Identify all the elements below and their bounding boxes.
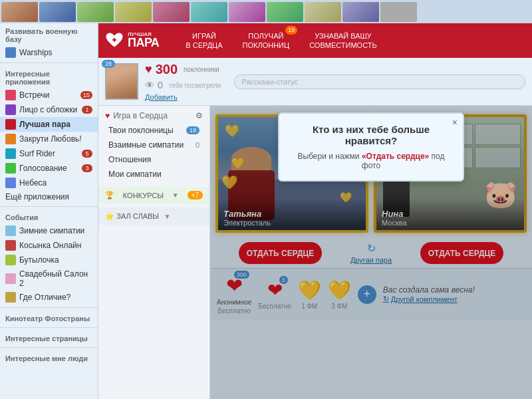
banner-photo[interactable]: [39, 2, 76, 22]
poluchai-badge: 19: [285, 26, 297, 35]
banner-photo[interactable]: [191, 2, 227, 22]
heart-count: 300: [156, 62, 178, 77]
sidebar-section-people: Интересные мне люди: [0, 350, 98, 364]
profile-row: 28 ♥ 300 поклонники 👁 0 тебя посмотрели …: [98, 58, 532, 106]
sidebar-label-vstrechi: Встречи: [19, 90, 49, 100]
modal-close-button[interactable]: ×: [452, 117, 458, 128]
sidebar-item-zimnie[interactable]: Зимние симпатии: [0, 223, 98, 238]
sidebar-item-svadebniy[interactable]: Свадебный Салон 2: [0, 267, 98, 290]
butylochka-icon: [5, 255, 16, 265]
panel-item-vzaimnye[interactable]: Взаимные симпатии 0: [105, 138, 203, 152]
banner-photo[interactable]: [1, 2, 38, 22]
sidebar-item-warships[interactable]: Warships: [0, 45, 98, 60]
nav-uznavay[interactable]: УЗНАВАЙ ВАШУ СОВМЕСТИМОСТЬ: [309, 31, 377, 51]
sidebar-item-litso[interactable]: Лицо с обложки 1: [0, 102, 98, 117]
message-count-badge: 28: [102, 60, 115, 68]
hall-chevron-icon: ▼: [164, 213, 170, 220]
left-panel: ♥ Игра в Сердца ⚙ Твои поклонницы 19 Вза…: [98, 106, 210, 399]
sidebar-item-gde[interactable]: Где Отличие?: [0, 290, 98, 305]
panel-item-poklonnitsy[interactable]: Твои поклонницы 19: [105, 123, 203, 138]
sidebar-section-apps: Интересные приложения: [0, 66, 98, 88]
eye-icon: 👁: [145, 80, 154, 90]
avatar-image: [106, 65, 137, 98]
sidebar-item-surf[interactable]: Surf Rider 5: [0, 146, 98, 161]
banner-photo[interactable]: [305, 2, 341, 22]
modal-subtitle: Выбери и нажми «Отдать сердце» под фото: [293, 152, 450, 170]
sidebar-label-svadebniy: Свадебный Салон 2: [19, 269, 92, 288]
banner-photo[interactable]: [229, 2, 265, 22]
sidebar-item-nebesa[interactable]: Небеса: [0, 176, 98, 190]
logo-text-large: ЛУЧШАЯ: [128, 31, 159, 37]
view-label: тебя посмотрели: [169, 82, 221, 89]
kosinka-icon: [5, 240, 16, 251]
hall-section[interactable]: ⭐ ЗАЛ СЛАВЫ ▼: [98, 207, 209, 225]
app-header: ЛУЧШАЯ ПАРА ИГРАЙ В СЕРДЦА ПОЛУЧАЙ ПОКЛО…: [98, 23, 532, 58]
contests-section[interactable]: 🏆 КОНКУРСЫ ▼ ×7: [98, 187, 209, 203]
panel-item-sympathy[interactable]: Мои симпатии: [105, 167, 203, 182]
nav-poluchai[interactable]: ПОЛУЧАЙ ПОКЛОННИЦ 19: [243, 31, 290, 51]
trophy-icon: 🏆: [105, 191, 114, 200]
sidebar-item-vstrechi[interactable]: Встречи 15: [0, 88, 98, 102]
sidebar-label-warships: Warships: [19, 48, 53, 57]
banner-photo[interactable]: [380, 2, 417, 22]
heart-stat-row: ♥ 300 поклонники: [145, 62, 221, 77]
sidebar-label-surf: Surf Rider: [19, 149, 55, 158]
zakruti-icon: [5, 134, 16, 144]
star-icon: ⭐: [105, 212, 114, 220]
sidebar-item-zakruti[interactable]: Закрути Любовь!: [0, 132, 98, 146]
nav-igray[interactable]: ИГРАЙ В СЕРДЦА: [186, 31, 222, 51]
sidebar-section-pages: Интересные страницы: [0, 331, 98, 344]
divider: [0, 206, 98, 207]
logo-text-small: ПАРА: [128, 36, 159, 50]
divider: [0, 347, 98, 348]
top-banner: [0, 0, 532, 23]
sidebar-label-zakruti: Закрути Любовь!: [19, 134, 82, 144]
logo-text: ЛУЧШАЯ ПАРА: [128, 31, 159, 50]
banner-photo[interactable]: [153, 2, 190, 22]
sidebar-section-events: События: [0, 209, 98, 223]
contests-badge: ×7: [188, 191, 203, 200]
nebesa-icon: [5, 178, 16, 188]
status-input[interactable]: Расскажи-статус: [234, 74, 525, 89]
game-section: ♥ Игра в Сердца ⚙ Твои поклонницы 19 Вза…: [98, 106, 209, 187]
litso-badge: 1: [82, 106, 92, 114]
logo-heart-icon: [105, 33, 124, 49]
sidebar-item-kosinka[interactable]: Косынка Онлайн: [0, 238, 98, 253]
sidebar-label-zimnie: Зимние симпатии: [19, 226, 84, 235]
sidebar-label-butylochka: Бутылочка: [19, 255, 59, 265]
warships-icon: [5, 47, 16, 58]
panel-item-otnosheniya[interactable]: Отношения: [105, 152, 203, 167]
sidebar-item-butylochka[interactable]: Бутылочка: [0, 253, 98, 267]
sidebar-label-luchshaya: Лучшая пара: [19, 120, 70, 129]
sidebar-item-luchshaya[interactable]: Лучшая пара: [0, 117, 98, 132]
game-area: × Кто из них тебе больше нравится? Выбер…: [210, 106, 532, 399]
modal-highlight: «Отдать сердце»: [362, 152, 429, 161]
modal-title: Кто из них тебе больше нравится?: [293, 124, 450, 146]
banner-photo[interactable]: [342, 2, 379, 22]
surf-badge: 5: [82, 150, 92, 158]
game-section-title: ♥ Игра в Сердца ⚙: [105, 111, 203, 120]
banner-photo[interactable]: [115, 2, 152, 22]
view-count: 0: [158, 80, 163, 90]
vstrechi-badge: 15: [80, 91, 92, 99]
add-link[interactable]: Добавить: [145, 93, 221, 101]
app-logo: ЛУЧШАЯ ПАРА: [105, 31, 159, 50]
modal-box: × Кто из них тебе больше нравится? Выбер…: [278, 112, 464, 182]
zimnie-icon: [5, 225, 16, 236]
banner-photo[interactable]: [267, 2, 303, 22]
heart-section-icon: ♥: [105, 111, 110, 120]
banner-photo[interactable]: [77, 2, 114, 22]
main-layout: Развивать военную базу Warships Интересн…: [0, 23, 532, 399]
sidebar-section-develop: Развивать военную базу: [0, 23, 98, 45]
sidebar-item-eshe[interactable]: Ещё приложения: [0, 190, 98, 203]
surf-icon: [5, 148, 16, 159]
profile-avatar[interactable]: [105, 63, 138, 100]
vstrechi-icon: [5, 90, 16, 100]
chevron-icon: ▼: [172, 192, 179, 199]
sidebar-label-nebesa: Небеса: [19, 178, 47, 188]
settings-icon[interactable]: ⚙: [196, 111, 203, 120]
sidebar-label-litso: Лицо с обложки: [19, 105, 77, 114]
message-badge-container: 28: [105, 63, 138, 100]
sidebar-item-golosovanie[interactable]: Голосование 3: [0, 161, 98, 176]
golosovanie-icon: [5, 163, 16, 174]
